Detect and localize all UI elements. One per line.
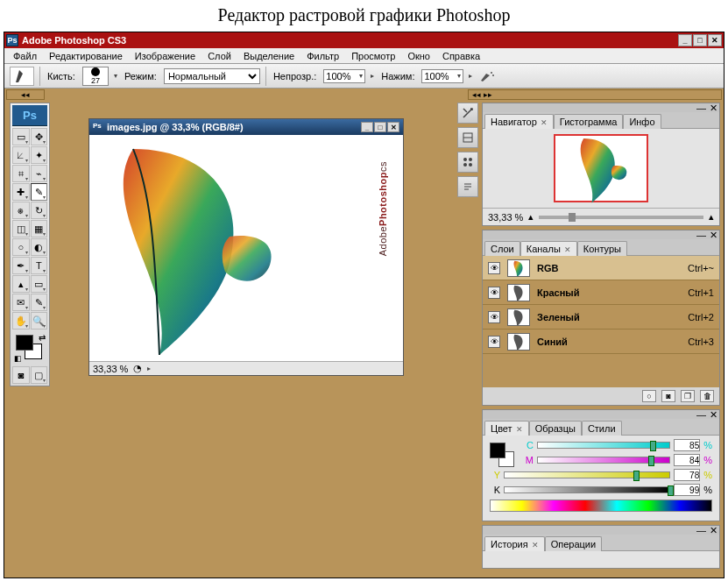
doc-close-button[interactable]: ✕ — [387, 122, 399, 132]
tab-channels[interactable]: Каналы✕ — [520, 241, 577, 256]
tool-move[interactable]: ✥▾ — [31, 128, 48, 145]
slider-track[interactable] — [504, 471, 670, 478]
tab-styles[interactable]: Стили — [582, 421, 622, 436]
tool-brush[interactable]: ✎▾ — [31, 183, 48, 201]
tab-layers[interactable]: Слои — [484, 241, 520, 256]
close-icon[interactable]: ✕ — [541, 118, 548, 127]
menu-window[interactable]: Окно — [402, 50, 435, 62]
navigator-preview[interactable] — [483, 129, 719, 208]
tool-heal[interactable]: ✚▾ — [12, 183, 30, 201]
visibility-toggle[interactable]: 👁 — [488, 287, 500, 299]
menu-image[interactable]: Изображение — [130, 50, 201, 62]
panel-close-icon[interactable]: ✕ — [710, 230, 717, 241]
visibility-toggle[interactable]: 👁 — [488, 336, 500, 348]
brushes-icon[interactable] — [457, 127, 478, 148]
tool-path-select[interactable]: ▴▾ — [12, 275, 30, 293]
color-ramp[interactable] — [490, 500, 712, 512]
chevron-down-icon[interactable]: ▾ — [114, 72, 117, 80]
tab-color[interactable]: Цвет✕ — [484, 421, 529, 436]
visibility-toggle[interactable]: 👁 — [488, 311, 500, 323]
tool-marquee[interactable]: ▭▾ — [12, 128, 30, 145]
screen-mode-button[interactable]: ▢▾ — [31, 366, 48, 384]
quick-mask-button[interactable]: ◙ — [12, 366, 30, 384]
menu-help[interactable]: Справка — [437, 50, 485, 62]
brush-preset-picker[interactable]: 27 — [82, 67, 109, 86]
slider-value[interactable] — [674, 439, 700, 451]
tool-shape[interactable]: ▭▾ — [31, 275, 48, 293]
tool-gradient[interactable]: ▦▾ — [31, 220, 48, 237]
visibility-toggle[interactable]: 👁 — [488, 262, 500, 274]
tool-hand[interactable]: ✋▾ — [12, 312, 30, 329]
tool-zoom[interactable]: 🔍▾ — [31, 312, 48, 329]
opacity-input[interactable]: 100% ▾ — [323, 69, 365, 83]
tool-type[interactable]: T▾ — [31, 257, 48, 274]
slider-value[interactable] — [674, 484, 700, 496]
default-colors-icon[interactable]: ◧ — [14, 354, 22, 363]
status-zoom[interactable]: 33,33 % — [93, 364, 128, 374]
channel-row[interactable]: 👁КрасныйCtrl+1 — [483, 280, 719, 305]
tool-slice[interactable]: ⌁▾ — [31, 165, 48, 182]
paragraph-icon[interactable] — [457, 176, 478, 197]
blend-mode-select[interactable]: Нормальный — [164, 68, 260, 84]
document-titlebar[interactable]: Ps images.jpg @ 33,3% (RGB/8#) _ □ ✕ — [89, 119, 403, 135]
tool-lasso[interactable]: ⟀▾ — [12, 146, 30, 164]
menu-filter[interactable]: Фильтр — [301, 50, 344, 62]
tab-navigator[interactable]: Навигатор✕ — [484, 114, 554, 129]
slider-value[interactable] — [674, 469, 700, 481]
tool-dodge[interactable]: ◐▾ — [31, 238, 48, 256]
tab-actions[interactable]: Операции — [545, 536, 602, 551]
panel-close-icon[interactable]: ✕ — [710, 409, 717, 421]
tab-histogram[interactable]: Гистограмма — [554, 114, 624, 129]
current-tool-icon[interactable] — [10, 67, 34, 86]
flow-scrub-icon[interactable]: ▸ — [469, 72, 472, 80]
channel-row[interactable]: 👁СинийCtrl+3 — [483, 329, 719, 354]
tab-paths[interactable]: Контуры — [577, 241, 627, 256]
styles-icon[interactable] — [457, 152, 478, 173]
opacity-scrub-icon[interactable]: ▸ — [371, 72, 374, 80]
tool-pen[interactable]: ✒▾ — [12, 257, 30, 274]
menu-layer[interactable]: Слой — [202, 50, 237, 62]
zoom-slider[interactable] — [539, 216, 703, 219]
slider-track[interactable] — [537, 442, 670, 449]
status-menu-icon[interactable]: ▸ — [147, 365, 151, 372]
tool-notes[interactable]: ✉▾ — [12, 294, 30, 311]
tab-history[interactable]: История✕ — [484, 536, 545, 551]
panel-collapse-icon[interactable]: — — [696, 525, 706, 535]
channel-row[interactable]: 👁ЗеленыйCtrl+2 — [483, 305, 719, 329]
maximize-button[interactable]: □ — [693, 34, 707, 46]
slider-track[interactable] — [504, 486, 670, 493]
color-swatch-pair[interactable] — [490, 443, 514, 467]
zoom-in-icon[interactable]: ▴ — [709, 211, 714, 223]
close-button[interactable]: ✕ — [708, 34, 722, 46]
tab-swatches[interactable]: Образцы — [529, 421, 582, 436]
menu-select[interactable]: Выделение — [238, 50, 300, 62]
doc-maximize-button[interactable]: □ — [374, 122, 386, 132]
panel-collapse-icon[interactable]: — — [696, 103, 706, 113]
tools-icon[interactable] — [457, 103, 478, 124]
load-selection-button[interactable]: ○ — [642, 390, 656, 402]
toolbox-dock-tab[interactable]: ◂◂ — [6, 89, 45, 100]
window-titlebar[interactable]: Ps Adobe Photoshop CS3 _ □ ✕ — [4, 32, 724, 48]
flow-input[interactable]: 100% ▾ — [421, 69, 463, 83]
menu-view[interactable]: Просмотр — [346, 50, 400, 62]
tool-eraser[interactable]: ◫▾ — [12, 220, 30, 237]
panel-collapse-icon[interactable]: — — [696, 230, 706, 240]
swap-colors-icon[interactable]: ⇄ — [39, 333, 46, 343]
channel-row[interactable]: 👁RGBCtrl+~ — [483, 256, 719, 280]
tool-history-brush[interactable]: ↻▾ — [31, 202, 48, 219]
tool-eyedropper[interactable]: ✎▾ — [31, 294, 48, 311]
close-icon[interactable]: ✕ — [564, 245, 571, 254]
close-icon[interactable]: ✕ — [532, 541, 539, 549]
navigator-zoom[interactable]: 33,33 % — [488, 212, 523, 223]
tool-crop[interactable]: ⌗▾ — [12, 165, 30, 182]
slider-track[interactable] — [537, 457, 670, 464]
menu-file[interactable]: Файл — [8, 50, 42, 62]
doc-minimize-button[interactable]: _ — [361, 122, 373, 132]
document-canvas[interactable]: AdobePhotoshopcs — [89, 135, 403, 361]
menu-edit[interactable]: Редактирование — [44, 50, 128, 62]
slider-value[interactable] — [674, 454, 700, 466]
tool-wand[interactable]: ✦▾ — [31, 146, 48, 164]
foreground-swatch[interactable] — [16, 335, 33, 351]
tool-stamp[interactable]: ⎈▾ — [12, 202, 30, 219]
panel-close-icon[interactable]: ✕ — [710, 525, 717, 536]
